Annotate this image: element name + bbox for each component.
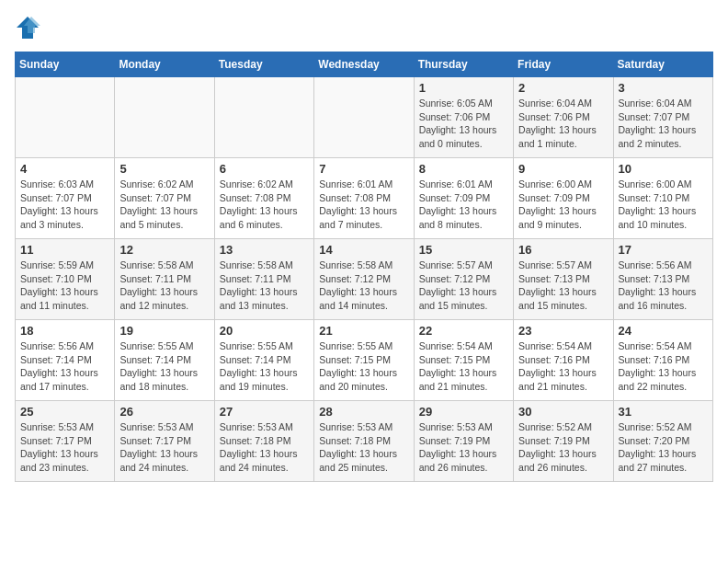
day-number: 16 xyxy=(518,243,608,257)
day-number: 2 xyxy=(518,81,608,95)
day-info: Sunrise: 6:05 AM Sunset: 7:06 PM Dayligh… xyxy=(419,97,508,151)
day-number: 4 xyxy=(20,162,109,176)
calendar-cell: 27Sunrise: 5:53 AM Sunset: 7:18 PM Dayli… xyxy=(214,401,313,482)
day-info: Sunrise: 5:53 AM Sunset: 7:19 PM Dayligh… xyxy=(419,420,508,475)
calendar-cell xyxy=(115,77,214,158)
calendar-cell: 1Sunrise: 6:05 AM Sunset: 7:06 PM Daylig… xyxy=(414,77,513,158)
calendar-cell: 16Sunrise: 5:57 AM Sunset: 7:13 PM Dayli… xyxy=(514,239,613,320)
calendar-cell: 26Sunrise: 5:53 AM Sunset: 7:17 PM Dayli… xyxy=(115,401,214,482)
calendar-cell: 29Sunrise: 5:53 AM Sunset: 7:19 PM Dayli… xyxy=(414,401,513,482)
weekday-header: Thursday xyxy=(414,52,513,77)
calendar-cell: 31Sunrise: 5:52 AM Sunset: 7:20 PM Dayli… xyxy=(613,401,712,482)
day-number: 30 xyxy=(518,405,608,419)
weekday-header: Friday xyxy=(514,52,613,77)
day-number: 24 xyxy=(619,324,708,338)
day-number: 25 xyxy=(20,405,109,419)
calendar-cell: 12Sunrise: 5:58 AM Sunset: 7:11 PM Dayli… xyxy=(115,239,214,320)
day-info: Sunrise: 6:04 AM Sunset: 7:06 PM Dayligh… xyxy=(518,97,608,151)
day-info: Sunrise: 5:58 AM Sunset: 7:11 PM Dayligh… xyxy=(220,259,309,313)
calendar-cell: 10Sunrise: 6:00 AM Sunset: 7:10 PM Dayli… xyxy=(613,158,712,239)
day-info: Sunrise: 5:59 AM Sunset: 7:10 PM Dayligh… xyxy=(20,259,109,313)
calendar-cell xyxy=(16,77,115,158)
calendar-cell xyxy=(214,77,313,158)
day-number: 9 xyxy=(518,162,608,176)
calendar-cell: 3Sunrise: 6:04 AM Sunset: 7:07 PM Daylig… xyxy=(613,77,712,158)
day-info: Sunrise: 5:53 AM Sunset: 7:18 PM Dayligh… xyxy=(319,420,408,475)
day-info: Sunrise: 5:56 AM Sunset: 7:13 PM Dayligh… xyxy=(619,259,708,313)
day-info: Sunrise: 5:58 AM Sunset: 7:11 PM Dayligh… xyxy=(119,259,209,313)
weekday-header: Sunday xyxy=(16,52,115,77)
day-info: Sunrise: 5:53 AM Sunset: 7:17 PM Dayligh… xyxy=(20,420,109,475)
day-info: Sunrise: 5:53 AM Sunset: 7:18 PM Dayligh… xyxy=(220,420,309,475)
calendar-cell: 13Sunrise: 5:58 AM Sunset: 7:11 PM Dayli… xyxy=(214,239,313,320)
day-number: 21 xyxy=(319,324,408,338)
day-number: 15 xyxy=(419,243,508,257)
day-number: 22 xyxy=(419,324,508,338)
day-number: 12 xyxy=(119,243,209,257)
calendar-cell: 11Sunrise: 5:59 AM Sunset: 7:10 PM Dayli… xyxy=(16,239,115,320)
day-info: Sunrise: 5:52 AM Sunset: 7:19 PM Dayligh… xyxy=(518,420,608,475)
calendar-cell: 25Sunrise: 5:53 AM Sunset: 7:17 PM Dayli… xyxy=(16,401,115,482)
calendar-cell: 20Sunrise: 5:55 AM Sunset: 7:14 PM Dayli… xyxy=(214,320,313,401)
day-number: 5 xyxy=(119,162,209,176)
day-info: Sunrise: 6:00 AM Sunset: 7:10 PM Dayligh… xyxy=(619,178,708,232)
logo-icon xyxy=(15,15,40,40)
day-number: 20 xyxy=(220,324,309,338)
weekday-header: Monday xyxy=(115,52,214,77)
day-info: Sunrise: 6:02 AM Sunset: 7:08 PM Dayligh… xyxy=(220,178,309,232)
day-info: Sunrise: 6:03 AM Sunset: 7:07 PM Dayligh… xyxy=(20,178,109,232)
calendar-cell: 30Sunrise: 5:52 AM Sunset: 7:19 PM Dayli… xyxy=(514,401,613,482)
day-info: Sunrise: 6:04 AM Sunset: 7:07 PM Dayligh… xyxy=(619,97,708,151)
day-number: 31 xyxy=(619,405,708,419)
day-info: Sunrise: 5:55 AM Sunset: 7:14 PM Dayligh… xyxy=(119,339,209,394)
day-number: 27 xyxy=(220,405,309,419)
calendar-cell: 8Sunrise: 6:01 AM Sunset: 7:09 PM Daylig… xyxy=(414,158,513,239)
day-info: Sunrise: 5:55 AM Sunset: 7:14 PM Dayligh… xyxy=(220,339,309,394)
weekday-header: Wednesday xyxy=(314,52,414,77)
day-info: Sunrise: 5:57 AM Sunset: 7:13 PM Dayligh… xyxy=(518,259,608,313)
calendar-cell: 5Sunrise: 6:02 AM Sunset: 7:07 PM Daylig… xyxy=(115,158,214,239)
day-info: Sunrise: 5:53 AM Sunset: 7:17 PM Dayligh… xyxy=(119,420,209,475)
day-info: Sunrise: 6:01 AM Sunset: 7:09 PM Dayligh… xyxy=(419,178,508,232)
day-number: 3 xyxy=(619,81,708,95)
day-info: Sunrise: 5:52 AM Sunset: 7:20 PM Dayligh… xyxy=(619,420,708,475)
day-info: Sunrise: 6:01 AM Sunset: 7:08 PM Dayligh… xyxy=(319,178,408,232)
day-number: 7 xyxy=(319,162,408,176)
day-info: Sunrise: 6:00 AM Sunset: 7:09 PM Dayligh… xyxy=(518,178,608,232)
day-number: 1 xyxy=(419,81,508,95)
calendar-cell: 17Sunrise: 5:56 AM Sunset: 7:13 PM Dayli… xyxy=(613,239,712,320)
calendar-cell: 2Sunrise: 6:04 AM Sunset: 7:06 PM Daylig… xyxy=(514,77,613,158)
day-number: 11 xyxy=(20,243,109,257)
day-number: 13 xyxy=(220,243,309,257)
calendar-cell: 4Sunrise: 6:03 AM Sunset: 7:07 PM Daylig… xyxy=(16,158,115,239)
calendar-cell: 23Sunrise: 5:54 AM Sunset: 7:16 PM Dayli… xyxy=(514,320,613,401)
day-number: 23 xyxy=(518,324,608,338)
calendar-cell: 19Sunrise: 5:55 AM Sunset: 7:14 PM Dayli… xyxy=(115,320,214,401)
day-info: Sunrise: 5:56 AM Sunset: 7:14 PM Dayligh… xyxy=(20,339,109,394)
day-number: 18 xyxy=(20,324,109,338)
calendar-table: SundayMondayTuesdayWednesdayThursdayFrid… xyxy=(15,52,713,482)
day-number: 6 xyxy=(220,162,309,176)
calendar-cell: 15Sunrise: 5:57 AM Sunset: 7:12 PM Dayli… xyxy=(414,239,513,320)
day-number: 28 xyxy=(319,405,408,419)
day-info: Sunrise: 5:58 AM Sunset: 7:12 PM Dayligh… xyxy=(319,259,408,313)
day-number: 19 xyxy=(119,324,209,338)
weekday-header: Saturday xyxy=(613,52,712,77)
day-number: 17 xyxy=(619,243,708,257)
day-info: Sunrise: 6:02 AM Sunset: 7:07 PM Dayligh… xyxy=(119,178,209,232)
day-info: Sunrise: 5:54 AM Sunset: 7:16 PM Dayligh… xyxy=(619,339,708,394)
day-number: 8 xyxy=(419,162,508,176)
day-number: 29 xyxy=(419,405,508,419)
calendar-cell: 22Sunrise: 5:54 AM Sunset: 7:15 PM Dayli… xyxy=(414,320,513,401)
day-info: Sunrise: 5:54 AM Sunset: 7:15 PM Dayligh… xyxy=(419,339,508,394)
day-info: Sunrise: 5:54 AM Sunset: 7:16 PM Dayligh… xyxy=(518,339,608,394)
calendar-cell: 21Sunrise: 5:55 AM Sunset: 7:15 PM Dayli… xyxy=(314,320,414,401)
calendar-cell: 24Sunrise: 5:54 AM Sunset: 7:16 PM Dayli… xyxy=(613,320,712,401)
day-info: Sunrise: 5:55 AM Sunset: 7:15 PM Dayligh… xyxy=(319,339,408,394)
weekday-header: Tuesday xyxy=(214,52,313,77)
calendar-cell: 7Sunrise: 6:01 AM Sunset: 7:08 PM Daylig… xyxy=(314,158,414,239)
calendar-cell: 14Sunrise: 5:58 AM Sunset: 7:12 PM Dayli… xyxy=(314,239,414,320)
calendar-cell: 28Sunrise: 5:53 AM Sunset: 7:18 PM Dayli… xyxy=(314,401,414,482)
calendar-header: SundayMondayTuesdayWednesdayThursdayFrid… xyxy=(16,52,713,77)
day-number: 10 xyxy=(619,162,708,176)
